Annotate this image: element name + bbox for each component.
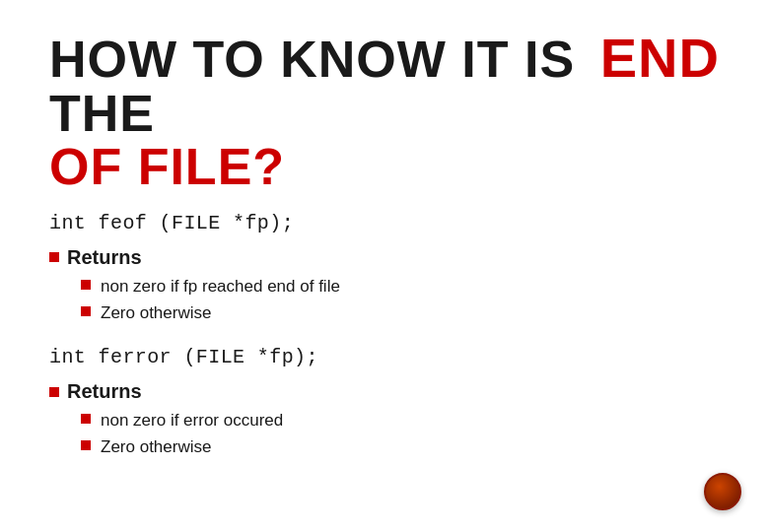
feof-bullet1-text: non zero if fp reached end of file [101,275,340,299]
feof-bullets-list: non zero if fp reached end of file Zero … [81,275,720,325]
ferror-bullet1-icon [81,414,91,424]
feof-returns-text: Returns [67,246,142,269]
feof-returns-label: Returns [49,246,720,269]
ferror-bullet-1: non zero if error occured [81,409,720,432]
ferror-returns-label: Returns [49,380,720,403]
feof-bullet-1: non zero if fp reached end of file [81,275,720,299]
feof-code: int feof (FILE *fp); [49,212,720,234]
feof-bullet1-icon [81,280,91,290]
ferror-bullet2-icon [81,440,91,450]
ferror-code: int ferror (FILE *fp); [49,346,720,368]
feof-returns-bullet-icon [49,252,59,262]
ferror-returns-bullet-icon [49,387,59,397]
ferror-bullet-2: Zero otherwise [81,435,720,459]
ferror-bullets-list: non zero if error occured Zero otherwise [81,409,720,459]
slide: HOW TO KNOW IT IS THE END OF FILE? int f… [0,0,769,532]
ferror-bullet1-text: non zero if error occured [101,409,283,432]
nav-dot[interactable] [704,473,741,510]
feof-section: int feof (FILE *fp); Returns non zero if… [49,212,720,325]
title-line2: OF FILE? [49,140,720,194]
title-block: HOW TO KNOW IT IS THE END OF FILE? [49,30,720,194]
ferror-bullet2-text: Zero otherwise [101,435,211,459]
title-line1: HOW TO KNOW IT IS THE END [49,30,720,140]
title-part1: HOW TO KNOW IT IS THE [49,33,587,140]
title-end-word: END [600,30,720,88]
feof-bullet2-text: Zero otherwise [101,301,211,325]
ferror-returns-text: Returns [67,380,142,403]
ferror-section: int ferror (FILE *fp); Returns non zero … [49,346,720,459]
feof-bullet2-icon [81,306,91,316]
feof-bullet-2: Zero otherwise [81,301,720,325]
